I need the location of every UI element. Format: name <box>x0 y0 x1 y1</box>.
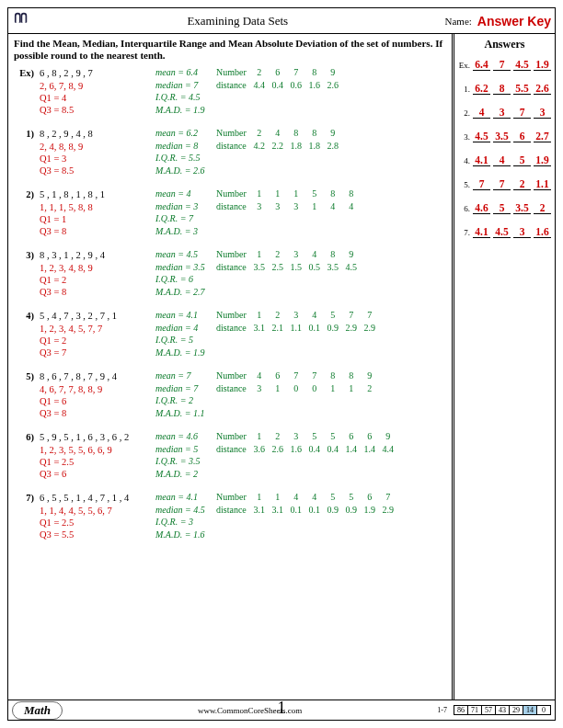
sorted-numbers: 4, 6, 7, 7, 8, 8, 9 <box>40 383 150 395</box>
median-label: median = 7 <box>155 383 213 395</box>
mean-label: mean = 6.2 <box>155 128 213 140</box>
answer-row: 6.4.653.52 <box>458 202 551 214</box>
work-area: mean = 4Number111588median = 3distance33… <box>155 188 446 238</box>
score-cell: 29 <box>509 705 523 715</box>
problem: 3)8 , 3 , 1 , 2 , 9 , 41, 2, 3, 4, 8, 9Q… <box>14 249 446 299</box>
mad-label: M.A.D. = 1.9 <box>155 347 213 359</box>
distance-label: distance <box>216 383 247 395</box>
answer-value: 4.5 <box>493 226 511 238</box>
svg-rect-1 <box>21 13 26 24</box>
sorted-numbers: 2, 6, 7, 8, 9 <box>40 80 150 92</box>
mad-label: M.A.D. = 1.1 <box>155 408 213 420</box>
answer-number: 3. <box>458 132 470 142</box>
problem-number: 7) <box>14 492 34 541</box>
q1: Q1 = 1 <box>40 213 150 225</box>
number-list: 111588 <box>250 188 361 200</box>
score-cell: 86 <box>454 705 468 715</box>
sorted-numbers: 1, 1, 1, 5, 8, 8 <box>40 201 150 213</box>
q3: Q3 = 8.5 <box>40 165 150 176</box>
q1: Q1 = 3 <box>40 153 150 165</box>
given-numbers: 5 , 4 , 7 , 3 , 2 , 7 , 1 <box>40 310 150 322</box>
sorted-numbers: 1, 1, 4, 4, 5, 5, 6, 7 <box>40 505 150 517</box>
problem-number: 1) <box>14 128 34 177</box>
mad-label: M.A.D. = 1.6 <box>155 529 213 541</box>
instruction: Find the Mean, Median, Interquartile Ran… <box>14 38 446 62</box>
answer-value: 2.6 <box>534 83 551 95</box>
answer-value: 2 <box>513 178 531 190</box>
name-label: Name: <box>445 16 472 27</box>
mean-label: mean = 4.5 <box>155 249 213 261</box>
problem-body: 6 , 5 , 5 , 1 , 4 , 7 , 1 , 41, 1, 4, 4,… <box>40 492 150 541</box>
answer-value: 7 <box>493 178 511 190</box>
answer-value: 3 <box>493 107 511 119</box>
sorted-numbers: 2, 4, 8, 8, 9 <box>40 141 150 153</box>
q1: Q1 = 2.5 <box>40 456 150 468</box>
mean-label: mean = 4.1 <box>155 492 213 504</box>
problem-body: 6 , 8 , 2 , 9 , 72, 6, 7, 8, 9Q1 = 4Q3 =… <box>40 67 150 117</box>
mad-label: M.A.D. = 3 <box>155 226 213 238</box>
mean-label: mean = 4.1 <box>155 310 213 322</box>
work-area: mean = 4.1Number1234577median = 4distanc… <box>155 310 446 359</box>
answer-value: 1.1 <box>534 178 551 190</box>
problem-body: 5 , 1 , 8 , 1 , 8 , 11, 1, 1, 5, 8, 8Q1 … <box>40 188 150 238</box>
page-number: 1 <box>278 699 286 718</box>
number-label: Number <box>216 188 247 200</box>
problem-number: Ex) <box>14 67 34 117</box>
problem-number: 2) <box>14 188 34 238</box>
answer-value: 4 <box>493 154 511 166</box>
answer-value: 4 <box>473 107 490 119</box>
q1: Q1 = 6 <box>40 395 150 407</box>
main-column: Find the Mean, Median, Interquartile Ran… <box>8 34 452 700</box>
number-list: 4677889 <box>250 370 379 382</box>
sorted-numbers: 1, 2, 3, 4, 8, 9 <box>40 262 150 274</box>
work-area: mean = 4.6Number12355669median = 5distan… <box>155 431 446 481</box>
problem-number: 6) <box>14 431 34 481</box>
problem: 5)8 , 6 , 7 , 8 , 7 , 9 , 44, 6, 7, 7, 8… <box>14 370 446 420</box>
answer-row: 4.4.1451.9 <box>458 154 551 166</box>
answer-number: 7. <box>458 228 470 237</box>
q3: Q3 = 8 <box>40 286 150 298</box>
problems-list: Ex)6 , 8 , 2 , 9 , 72, 6, 7, 8, 9Q1 = 4Q… <box>14 67 446 541</box>
mean-label: mean = 7 <box>155 370 213 382</box>
answer-value: 4.5 <box>473 131 490 142</box>
given-numbers: 8 , 2 , 9 , 4 , 8 <box>40 128 150 140</box>
answer-value: 4.1 <box>473 226 490 238</box>
worksheet-page: Examining Data Sets Name: Answer Key Fin… <box>7 7 556 721</box>
q3: Q3 = 6 <box>40 468 150 480</box>
number-list: 24889 <box>250 128 342 140</box>
q1: Q1 = 2 <box>40 274 150 286</box>
distance-label: distance <box>216 323 247 335</box>
q3: Q3 = 8.5 <box>40 104 150 116</box>
answer-value: 3.5 <box>493 131 511 142</box>
answer-value: 3.5 <box>513 202 531 214</box>
number-list: 26789 <box>250 67 342 79</box>
answer-value: 6 <box>513 131 531 142</box>
distance-label: distance <box>216 505 247 517</box>
given-numbers: 8 , 3 , 1 , 2 , 9 , 4 <box>40 249 150 261</box>
iqr-label: I.Q.R. = 6 <box>155 274 213 286</box>
answer-value: 1.9 <box>534 154 551 166</box>
iqr-label: I.Q.R. = 7 <box>155 213 213 225</box>
mean-label: mean = 4.6 <box>155 431 213 443</box>
iqr-label: I.Q.R. = 4.5 <box>155 92 213 104</box>
work-area: mean = 4.1Number11445567median = 4.5dist… <box>155 492 446 541</box>
distance-list: 3.52.51.50.53.54.5 <box>250 262 361 274</box>
answer-row: 1.6.285.52.6 <box>458 83 551 95</box>
answer-value: 3 <box>534 107 551 119</box>
problem-number: 5) <box>14 370 34 420</box>
given-numbers: 5 , 1 , 8 , 1 , 8 , 1 <box>40 188 150 200</box>
score-strip: 8671574329140 <box>454 705 551 715</box>
score-cell: 14 <box>523 705 537 715</box>
number-list: 123489 <box>250 249 361 261</box>
answer-row: 2.4373 <box>458 107 551 119</box>
distance-list: 4.40.40.61.62.6 <box>250 80 342 92</box>
distance-list: 4.22.21.81.82.8 <box>250 141 342 153</box>
answer-value: 6.2 <box>473 83 490 95</box>
answer-row: Ex.6.474.51.9 <box>458 59 551 71</box>
distance-list: 3.13.10.10.10.90.91.92.9 <box>250 505 397 517</box>
answer-value: 7 <box>493 59 511 71</box>
mad-label: M.A.D. = 2 <box>155 469 213 481</box>
footer-url: www.CommonCoreSheets.com <box>68 706 431 715</box>
problem: Ex)6 , 8 , 2 , 9 , 72, 6, 7, 8, 9Q1 = 4Q… <box>14 67 446 117</box>
answer-value: 1.9 <box>534 59 551 71</box>
